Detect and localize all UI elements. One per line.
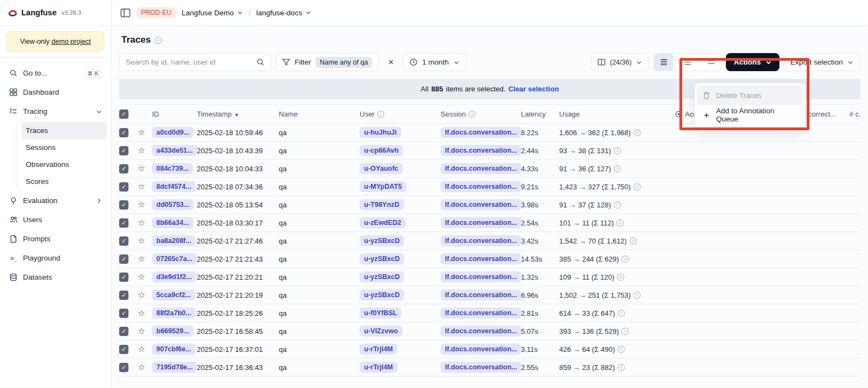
star-icon[interactable] (138, 236, 145, 246)
session-badge[interactable]: lf.docs.conversation... (441, 289, 521, 300)
star-icon[interactable] (138, 344, 145, 354)
star-icon[interactable] (138, 326, 145, 336)
trace-id-badge[interactable]: 88f2a7b0... (152, 308, 196, 318)
row-checkbox[interactable] (119, 327, 128, 336)
clear-selection-link[interactable]: Clear selection (508, 85, 559, 93)
session-badge[interactable]: lf.docs.conversation... (441, 163, 521, 174)
columns-button[interactable]: (24/36) (591, 53, 649, 71)
trace-id-badge[interactable]: 8b66a34... (152, 217, 193, 228)
table-row[interactable]: 8b66a34... 2025-02-18 03:30:17 qa u-zEwd… (119, 214, 860, 232)
table-row[interactable]: b669529... 2025-02-17 16:58:45 qa u-VIZz… (119, 322, 860, 340)
session-badge[interactable]: lf.docs.conversation... (441, 308, 521, 318)
table-row[interactable]: dd05753... 2025-02-18 05:13:54 qa u-T98Y… (119, 196, 860, 214)
time-range-button[interactable]: 1 month (403, 53, 466, 71)
sidebar-item-datasets[interactable]: Datasets (4, 268, 107, 287)
column-header-user[interactable]: User (360, 110, 441, 118)
row-height-medium-button[interactable] (678, 54, 697, 71)
user-badge[interactable]: u-cp66Avh (360, 145, 403, 156)
filter-button[interactable]: Filter Name any of qa (275, 53, 379, 71)
search-box[interactable] (119, 53, 271, 71)
menu-item-add-to-annotation-queue[interactable]: Add to Annotation Queue (697, 105, 803, 125)
org-selector[interactable]: Langfuse Demo (181, 9, 243, 17)
star-icon[interactable] (138, 164, 145, 173)
menu-item-delete-traces[interactable]: Delete Traces (697, 85, 803, 105)
sidebar-item-scores[interactable]: Scores (21, 173, 107, 190)
session-badge[interactable]: lf.docs.conversation... (441, 235, 521, 246)
star-icon[interactable] (138, 272, 145, 282)
table-row[interactable]: d3e9d1f2... 2025-02-17 21:20:21 qa u-yzS… (119, 268, 860, 286)
session-badge[interactable]: lf.docs.conversation... (441, 199, 521, 210)
star-icon[interactable] (138, 128, 145, 137)
star-icon[interactable] (138, 290, 145, 300)
row-checkbox[interactable] (119, 254, 128, 264)
table-row[interactable]: 907cbf6e... 2025-02-17 16:37:01 qa u-rTr… (119, 340, 860, 358)
star-icon[interactable] (138, 218, 145, 228)
sidebar-item-traces[interactable]: Traces (21, 122, 107, 139)
row-checkbox[interactable] (119, 291, 128, 300)
star-icon[interactable] (138, 308, 145, 318)
trace-id-badge[interactable]: dd05753... (152, 199, 193, 210)
session-badge[interactable]: lf.docs.conversation... (441, 181, 521, 192)
sidebar-item-prompts[interactable]: Prompts (4, 229, 107, 248)
table-row[interactable]: 084c739... 2025-02-18 10:04:33 qa u-OYau… (119, 160, 860, 178)
session-badge[interactable]: lf.docs.conversation... (441, 271, 521, 282)
session-badge[interactable]: lf.docs.conversation... (441, 326, 521, 337)
row-checkbox[interactable] (119, 182, 128, 192)
user-badge[interactable]: u-MYpDAT5 (360, 181, 406, 192)
trace-id-badge[interactable]: ba8a208f... (152, 235, 196, 246)
clear-filter-icon[interactable] (383, 53, 398, 71)
row-checkbox[interactable] (119, 273, 128, 282)
column-header-timestamp[interactable]: Timestamp (197, 110, 279, 118)
user-badge[interactable]: u-f0YfBSL (360, 308, 401, 318)
user-badge[interactable]: u-T98YnzD (360, 199, 404, 210)
row-checkbox[interactable] (119, 309, 128, 318)
filter-chip[interactable]: Name any of qa (315, 57, 372, 68)
column-header-latency[interactable]: Latency (521, 110, 559, 118)
trace-id-badge[interactable]: 907cbf6e... (152, 344, 196, 355)
row-checkbox[interactable] (119, 218, 128, 228)
trace-id-badge[interactable]: 5cca9cf2... (152, 289, 195, 300)
star-icon[interactable] (138, 362, 145, 372)
trace-id-badge[interactable]: 8dcf4574... (152, 181, 196, 192)
trace-id-badge[interactable]: d3e9d1f2... (152, 271, 196, 282)
session-badge[interactable]: lf.docs.conversation... (441, 344, 521, 355)
trace-id-badge[interactable]: 084c739... (152, 163, 193, 174)
trace-id-badge[interactable]: a433de51... (152, 145, 197, 156)
export-selection-button[interactable]: Export selection (784, 53, 860, 71)
user-badge[interactable]: u-yzSBxcD (360, 253, 404, 264)
trace-id-badge[interactable]: 07265c7a... (152, 253, 197, 264)
select-all-checkbox[interactable] (119, 109, 128, 119)
column-header-id[interactable]: ID (152, 110, 197, 118)
star-icon[interactable] (138, 254, 145, 264)
table-row[interactable]: 88f2a7b0... 2025-02-17 18:25:26 qa u-f0Y… (119, 304, 860, 322)
row-checkbox[interactable] (119, 345, 128, 354)
table-row[interactable]: 8dcf4574... 2025-02-18 07:34:36 qa u-MYp… (119, 178, 860, 196)
user-badge[interactable]: u-OYauofc (360, 163, 403, 174)
star-icon[interactable] (138, 146, 145, 155)
user-badge[interactable]: u-rTrjI4M (360, 362, 397, 373)
user-badge[interactable]: u-yzSBxcD (360, 271, 404, 282)
table-row[interactable]: 5cca9cf2... 2025-02-17 21:20:19 qa u-yzS… (119, 286, 860, 304)
user-badge[interactable]: u-VIZzvwo (360, 326, 402, 337)
trace-id-badge[interactable]: b669529... (152, 326, 193, 337)
session-badge[interactable]: lf.docs.conversation... (441, 127, 521, 138)
user-badge[interactable]: u-huJhuJi (360, 127, 401, 138)
user-badge[interactable]: u-yzSBxcD (360, 289, 404, 300)
sidebar-item-sessions[interactable]: Sessions (21, 139, 107, 156)
table-row[interactable]: 07265c7a... 2025-02-17 21:21:43 qa u-yzS… (119, 250, 860, 268)
column-header-name[interactable]: Name (279, 110, 360, 118)
user-badge[interactable]: u-zEwdED2 (360, 217, 406, 228)
star-icon[interactable] (138, 182, 145, 192)
demo-project-link[interactable]: demo project (51, 38, 91, 45)
column-header-extra[interactable]: # c... (849, 110, 860, 118)
sidebar-item-evaluation[interactable]: Evaluation (4, 191, 107, 210)
project-selector[interactable]: langfuse-docs (256, 9, 312, 17)
trace-id-badge[interactable]: a0cd0d9... (152, 127, 193, 138)
table-row[interactable]: 7195d78e... 2025-02-17 16:36:43 qa u-rTr… (119, 358, 860, 377)
sidebar-item-tracing[interactable]: Tracing (4, 102, 107, 121)
row-height-compact-button[interactable] (654, 54, 673, 71)
sidebar-item-users[interactable]: Users (4, 210, 107, 229)
sidebar-toggle-icon[interactable] (120, 8, 131, 18)
user-badge[interactable]: u-yzSBxcD (360, 235, 404, 246)
session-badge[interactable]: lf.docs.conversation... (441, 145, 521, 156)
